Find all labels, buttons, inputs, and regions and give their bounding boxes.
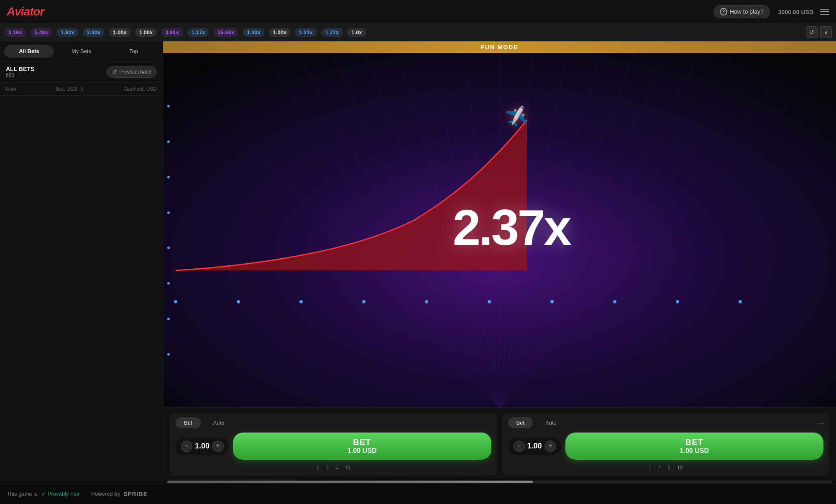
game-is-text: This game is	[7, 491, 38, 497]
ticker-item[interactable]: 1.82x	[56, 28, 79, 37]
check-icon: ✓	[41, 491, 46, 497]
auto-tab-1[interactable]: Auto	[205, 417, 233, 428]
how-to-play-button[interactable]: ? How to play?	[713, 5, 770, 18]
ticker-item[interactable]: 1.00x	[135, 28, 157, 37]
y-dot	[167, 318, 170, 320]
quick-amounts-1: 1 2 5 10	[176, 464, 491, 471]
ticker-item[interactable]: 1.0x	[347, 28, 366, 37]
bet-label-2: BET	[685, 438, 703, 447]
footer: This game is ✓ Provably Fair Powered by …	[0, 483, 836, 504]
bet-panel-2: Bet Auto — − 1.00 + BET 1.00 USD	[502, 413, 830, 476]
svg-point-30	[676, 300, 679, 303]
bet-panel-1-tabs: Bet Auto	[176, 417, 491, 428]
ticker-item[interactable]: 3.91x	[161, 28, 183, 37]
ticker-item[interactable]: 1.30x	[243, 28, 265, 37]
amount-value-2: 1.00	[527, 442, 542, 451]
svg-point-23	[237, 300, 240, 303]
quick-amounts-2: 1 2 5 10	[508, 464, 824, 471]
quick2-1[interactable]: 1	[647, 464, 653, 471]
ticker-item[interactable]: 1.21x	[295, 28, 317, 37]
quick2-5[interactable]: 5	[666, 464, 672, 471]
y-dot	[167, 140, 170, 143]
svg-point-24	[299, 300, 303, 303]
amount-control-1: − 1.00 +	[176, 438, 229, 455]
multiplier-display: 2.37x	[453, 199, 570, 256]
multiplier-ticker: 3.16x 5.49x 1.82x 2.00x 1.00x 1.00x 3.91…	[0, 23, 836, 41]
close-panel-button[interactable]: —	[817, 419, 823, 427]
spribe-logo: SPRIBE	[123, 491, 148, 497]
svg-point-25	[362, 300, 366, 303]
bet-button-2[interactable]: BET 1.00 USD	[565, 433, 823, 460]
ticker-item[interactable]: 2.00x	[83, 28, 105, 37]
footer-left: This game is ✓ Provably Fair Powered by …	[7, 491, 148, 497]
ticker-item[interactable]: 1.00x	[269, 28, 291, 37]
bet-amount-2: 1.00 USD	[680, 447, 709, 455]
previous-hand-label: Previous hand	[119, 69, 151, 75]
header-cashout: Cash out, USD	[107, 86, 157, 92]
quick2-10[interactable]: 10	[675, 464, 684, 471]
provably-fair-label: Provably Fair	[48, 491, 80, 497]
ticker-history-button[interactable]: ↺	[806, 26, 818, 38]
fun-mode-banner: FUN MODE	[163, 41, 836, 53]
bet-row-1: − 1.00 + BET 1.00 USD	[176, 433, 491, 460]
balance-display: 3000.00USD	[777, 7, 813, 16]
quick2-2[interactable]: 2	[657, 464, 663, 471]
ticker-item[interactable]: 5.49x	[31, 28, 53, 37]
progress-bar-fill	[167, 481, 533, 483]
history-icon: ↺	[112, 69, 117, 75]
ticker-controls: ↺ ∨	[806, 26, 832, 38]
y-dot	[167, 282, 170, 285]
table-header: User Bet, USD X Cash out, USD	[0, 83, 163, 96]
svg-point-29	[613, 300, 616, 303]
bet-panel-1: Bet Auto − 1.00 + BET 1.00 USD 1	[170, 413, 497, 476]
svg-point-22	[174, 300, 177, 303]
provably-fair-badge[interactable]: ✓ Provably Fair	[41, 491, 80, 497]
how-to-play-label: How to play?	[730, 8, 764, 15]
quick-2[interactable]: 2	[324, 464, 330, 471]
increase-btn-1[interactable]: +	[212, 440, 224, 452]
amount-value-1: 1.00	[195, 442, 210, 451]
game-canvas: 2.37x ✈️	[163, 53, 836, 407]
left-panel: All Bets My Bets Top ALL BETS 660 ↺ Prev…	[0, 41, 163, 483]
app-logo: Aviator	[7, 5, 44, 18]
quick-10[interactable]: 10	[343, 464, 352, 471]
previous-hand-button[interactable]: ↺ Previous hand	[107, 66, 157, 78]
tab-all-bets[interactable]: All Bets	[4, 45, 54, 58]
bets-tabs: All Bets My Bets Top	[0, 41, 163, 61]
ticker-item[interactable]: 26.66x	[213, 28, 238, 37]
svg-point-31	[739, 300, 742, 303]
quick-1[interactable]: 1	[315, 464, 321, 471]
auto-tab-2[interactable]: Auto	[537, 417, 565, 428]
ticker-item[interactable]: 1.17x	[187, 28, 210, 37]
decrease-btn-1[interactable]: −	[181, 440, 192, 452]
ticker-item[interactable]: 1.00x	[109, 28, 131, 37]
y-dot	[167, 353, 170, 356]
decrease-btn-2[interactable]: −	[513, 440, 525, 452]
menu-button[interactable]	[820, 9, 829, 15]
bet-controls: Bet Auto − 1.00 + BET 1.00 USD 1	[163, 407, 836, 481]
tab-top[interactable]: Top	[109, 45, 159, 58]
nav-right: ? How to play? 3000.00USD	[713, 5, 829, 18]
bets-list	[0, 96, 163, 483]
y-axis-indicators	[167, 89, 170, 372]
powered-by-text: Powered by	[91, 491, 120, 497]
bet-tab-2[interactable]: Bet	[508, 417, 533, 428]
increase-btn-2[interactable]: +	[545, 440, 556, 452]
ticker-item[interactable]: 3.16x	[4, 28, 26, 37]
header-bet: Bet, USD X	[56, 86, 106, 92]
header-user: User	[6, 86, 56, 92]
bet-button-1[interactable]: BET 1.00 USD	[233, 433, 491, 460]
y-dot	[167, 211, 170, 214]
bet-label-1: BET	[353, 438, 371, 447]
quick-5[interactable]: 5	[334, 464, 340, 471]
svg-point-27	[488, 300, 491, 303]
x-label: X	[80, 86, 84, 92]
svg-point-26	[425, 300, 428, 303]
top-navigation: Aviator ? How to play? 3000.00USD	[0, 0, 836, 23]
tab-my-bets[interactable]: My Bets	[56, 45, 106, 58]
bet-tab-1[interactable]: Bet	[176, 417, 201, 428]
question-icon: ?	[720, 8, 727, 15]
ticker-chevron-button[interactable]: ∨	[820, 26, 832, 38]
main-content: All Bets My Bets Top ALL BETS 660 ↺ Prev…	[0, 41, 836, 483]
ticker-item[interactable]: 1.72x	[321, 28, 343, 37]
